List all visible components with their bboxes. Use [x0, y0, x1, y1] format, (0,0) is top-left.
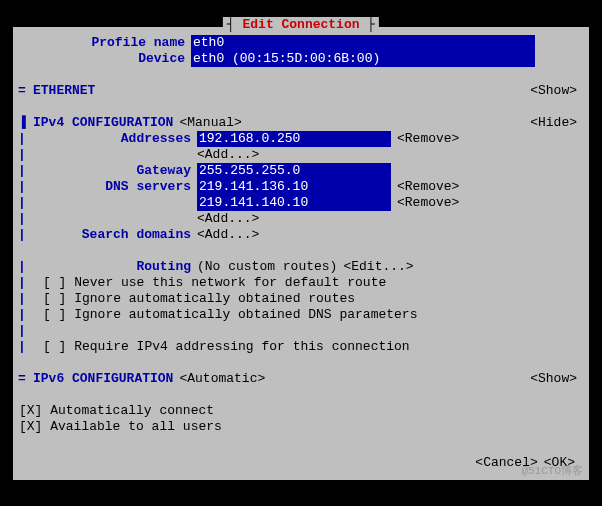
ethernet-show-button[interactable]: <Show>	[530, 83, 589, 99]
routing-value: (No custom routes)	[197, 259, 337, 275]
checkbox-ignore-routes[interactable]: [ ] Ignore automatically obtained routes	[31, 291, 355, 307]
checkbox-all-users[interactable]: [X] Available to all users	[13, 419, 222, 435]
gateway-label: Gateway	[31, 163, 197, 179]
device-label: Device	[31, 51, 191, 67]
dns-remove-button-2[interactable]: <Remove>	[391, 195, 459, 211]
ipv4-mode-select[interactable]: <Manual>	[173, 115, 241, 131]
ethernet-section: ETHERNET	[31, 83, 95, 99]
section-marker: =	[13, 371, 31, 387]
gateway-input[interactable]: 255.255.255.0	[197, 163, 391, 179]
edit-connection-dialog: ┤ Edit Connection ├ Profile name eth0 De…	[11, 25, 591, 482]
section-marker: |	[13, 147, 31, 163]
checkbox-require-ipv4[interactable]: [ ] Require IPv4 addressing for this con…	[31, 339, 410, 355]
checkbox-ignore-dns[interactable]: [ ] Ignore automatically obtained DNS pa…	[31, 307, 417, 323]
section-marker: |	[13, 307, 31, 323]
address-input[interactable]: 192.168.0.250	[197, 131, 391, 147]
profile-name-label: Profile name	[31, 35, 191, 51]
section-marker: =	[13, 83, 31, 99]
address-add-button[interactable]: <Add...>	[197, 147, 259, 163]
search-domains-label: Search domains	[31, 227, 197, 243]
device-input[interactable]: eth0 (00:15:5D:00:6B:00)	[191, 51, 535, 67]
watermark: @51CTO博客	[521, 463, 583, 478]
ipv6-mode-select[interactable]: <Automatic>	[173, 371, 265, 387]
section-marker: |	[13, 339, 31, 355]
section-marker: ▐	[13, 115, 31, 131]
section-marker: |	[13, 275, 31, 291]
ipv6-section: IPv6 CONFIGURATION	[31, 371, 173, 387]
section-marker: |	[13, 259, 31, 275]
addresses-label: Addresses	[31, 131, 197, 147]
checkbox-default-route[interactable]: [ ] Never use this network for default r…	[31, 275, 386, 291]
dialog-title: ┤ Edit Connection ├	[223, 17, 379, 32]
dns-remove-button-1[interactable]: <Remove>	[391, 179, 459, 195]
section-marker: |	[13, 211, 31, 227]
section-marker: |	[13, 179, 31, 195]
section-marker: |	[13, 291, 31, 307]
ipv4-section: IPv4 CONFIGURATION	[31, 115, 173, 131]
routing-label: Routing	[31, 259, 197, 275]
title-deco-right: ├	[367, 17, 375, 32]
ipv6-show-button[interactable]: <Show>	[530, 371, 589, 387]
address-remove-button[interactable]: <Remove>	[391, 131, 459, 147]
ipv4-hide-button[interactable]: <Hide>	[530, 115, 589, 131]
dns-input-1[interactable]: 219.141.136.10	[197, 179, 391, 195]
dns-input-2[interactable]: 219.141.140.10	[197, 195, 391, 211]
search-domains-add-button[interactable]: <Add...>	[197, 227, 259, 243]
checkbox-auto-connect[interactable]: [X] Automatically connect	[13, 403, 214, 419]
section-marker: |	[13, 323, 31, 339]
title-text: Edit Connection	[235, 17, 368, 32]
profile-name-input[interactable]: eth0	[191, 35, 535, 51]
routing-edit-button[interactable]: <Edit...>	[337, 259, 413, 275]
section-marker: |	[13, 131, 31, 147]
title-deco-left: ┤	[227, 17, 235, 32]
section-marker: |	[13, 163, 31, 179]
section-marker: |	[13, 227, 31, 243]
dns-add-button[interactable]: <Add...>	[197, 211, 259, 227]
dns-label: DNS servers	[31, 179, 197, 195]
section-marker: |	[13, 195, 31, 211]
